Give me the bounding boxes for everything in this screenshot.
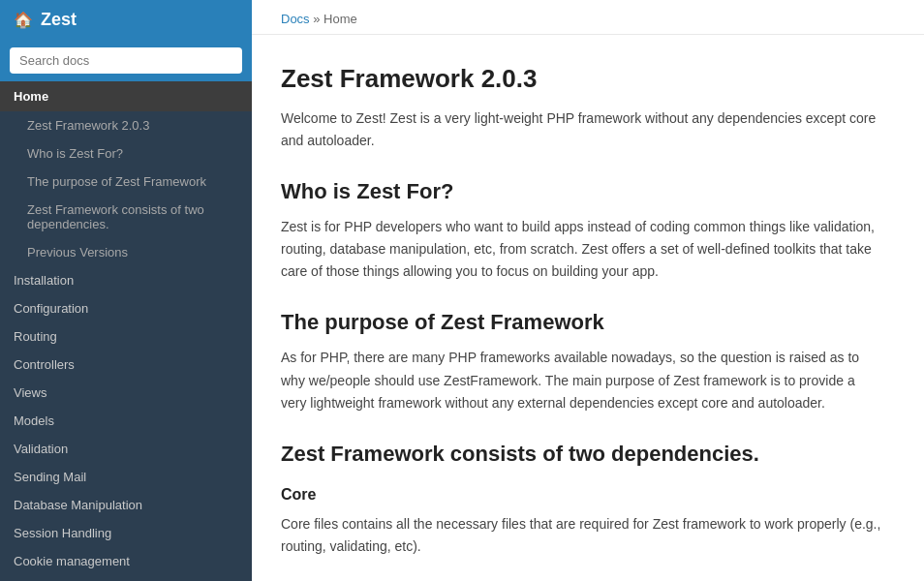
breadcrumb-separator: » (313, 12, 320, 26)
doc-h2-purpose: The purpose of Zest Framework (281, 310, 881, 335)
breadcrumb: Docs » Home (252, 0, 924, 35)
sidebar-item-database-manipulation[interactable]: Database Manipulation (0, 491, 252, 519)
sidebar-item-cryptography[interactable]: Cryptography (0, 575, 252, 581)
sidebar-item-controllers[interactable]: Controllers (0, 351, 252, 379)
main-content: Docs » Home Zest Framework 2.0.3 Welcome… (252, 0, 924, 581)
sidebar-item-two-dependencies[interactable]: Zest Framework consists of two dependenc… (0, 196, 252, 238)
search-container (0, 40, 252, 81)
sidebar-item-zest-framework-version[interactable]: Zest Framework 2.0.3 (0, 111, 252, 139)
sidebar-item-purpose[interactable]: The purpose of Zest Framework (0, 168, 252, 196)
search-input[interactable] (10, 47, 242, 74)
sidebar-header: 🏠 Zest (0, 0, 252, 40)
breadcrumb-docs-link[interactable]: Docs (281, 12, 310, 26)
sidebar-item-models[interactable]: Models (0, 407, 252, 435)
doc-h3-core: Core (281, 486, 881, 504)
sidebar-item-cookie-management[interactable]: Cookie management (0, 547, 252, 575)
sidebar: 🏠 Zest Home Zest Framework 2.0.3 Who is … (0, 0, 252, 581)
sidebar-item-views[interactable]: Views (0, 379, 252, 407)
doc-h2-two-deps: Zest Framework consists of two dependenc… (281, 442, 881, 467)
sidebar-title: Zest (41, 10, 77, 30)
sidebar-item-session-handling[interactable]: Session Handling (0, 519, 252, 547)
breadcrumb-home: Home (323, 12, 357, 26)
sidebar-nav: Home Zest Framework 2.0.3 Who is Zest Fo… (0, 81, 252, 581)
sidebar-item-home[interactable]: Home (0, 81, 252, 111)
home-icon: 🏠 (14, 11, 33, 29)
doc-content: Zest Framework 2.0.3 Welcome to Zest! Ze… (252, 35, 910, 581)
sidebar-item-who-is-zest-for[interactable]: Who is Zest For? (0, 139, 252, 168)
doc-purpose-paragraph: As for PHP, there are many PHP framework… (281, 347, 881, 413)
doc-who-is-zest-paragraph: Zest is for PHP developers who want to b… (281, 216, 881, 283)
sidebar-item-validation[interactable]: Validation (0, 435, 252, 463)
sidebar-item-sending-mail[interactable]: Sending Mail (0, 463, 252, 491)
doc-core-paragraph: Core files contains all the necessary fi… (281, 513, 881, 558)
sidebar-item-routing[interactable]: Routing (0, 322, 252, 351)
doc-h2-who-is-zest: Who is Zest For? (281, 179, 881, 204)
sidebar-item-installation[interactable]: Installation (0, 266, 252, 294)
doc-title: Zest Framework 2.0.3 (281, 64, 881, 94)
doc-intro-paragraph: Welcome to Zest! Zest is a very light-we… (281, 107, 881, 152)
sidebar-item-configuration[interactable]: Configuration (0, 294, 252, 322)
sidebar-item-previous-versions[interactable]: Previous Versions (0, 238, 252, 266)
